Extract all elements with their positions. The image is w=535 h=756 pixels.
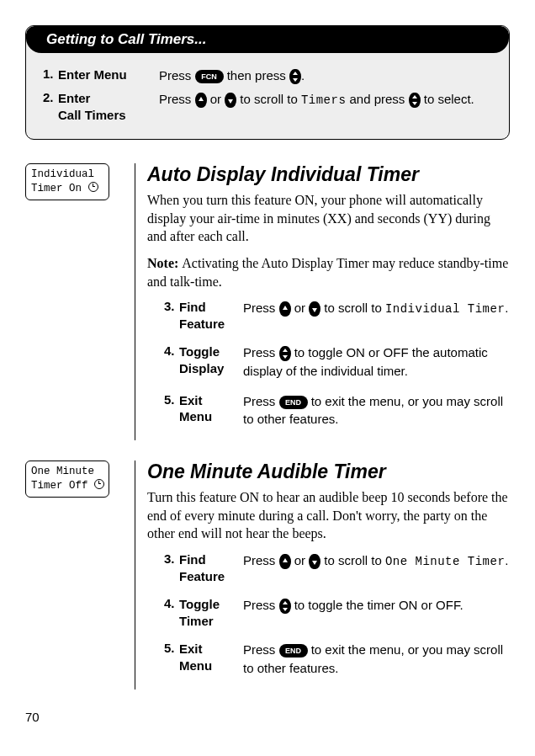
header-step: 2.EnterCall TimersPress or to scroll to … (43, 90, 492, 125)
end-button-icon: END (279, 396, 308, 409)
screen-line: Individual (31, 168, 103, 182)
shortcut-box: Shortcut:Press FCN, then 4,8and continue… (0, 214, 13, 302)
screen-line: Timer On (31, 182, 103, 196)
updown-arrow-button-icon (279, 346, 291, 361)
screen-line: One Minute (31, 465, 103, 479)
main-column: One Minute Audible TimerTurn this featur… (135, 461, 510, 689)
updown-arrow-button-icon (289, 69, 301, 84)
updown-arrow-button-icon (279, 599, 291, 614)
updown-arrow-button-icon (409, 93, 421, 108)
clock-icon (88, 182, 98, 192)
substep: 5.ExitMenuPress END to exit the menu, or… (164, 392, 510, 429)
step-number: 2. (43, 90, 58, 104)
substep-label: ToggleDisplay (179, 343, 243, 376)
section: One MinuteTimer Off Shortcut:Press FCN, … (25, 461, 510, 689)
down-arrow-button-icon (225, 93, 236, 108)
up-arrow-button-icon (279, 554, 291, 569)
lcd-text: Individual Timer (385, 302, 505, 316)
shortcut-box: Shortcut:Press FCN, then 4,4and continue… (0, 511, 13, 599)
lcd-text: One Minute Timer (385, 555, 505, 568)
body-text: Turn this feature ON to hear an audible … (147, 488, 510, 543)
substep-number: 3. (164, 299, 179, 313)
shortcut-label: Shortcut: (0, 511, 13, 529)
end-button-icon: END (279, 644, 308, 658)
main-column: Auto Display Individual TimerWhen you tu… (135, 163, 510, 440)
substep-number: 4. (164, 343, 179, 358)
header-box: Getting to Call Timers... 1.Enter MenuPr… (25, 25, 510, 140)
step-label: EnterCall Timers (58, 90, 159, 125)
substep-number: 5. (164, 392, 179, 407)
shortcut-line: with step 4. (0, 285, 13, 302)
header-title: Getting to Call Timers... (26, 26, 509, 53)
shortcut-line: then 4,4 (0, 546, 13, 564)
step-description: Press or to scroll to Timers and press t… (159, 90, 492, 109)
substep-label: FindFeature (179, 299, 243, 332)
up-arrow-button-icon (195, 93, 207, 108)
section: IndividualTimer On Shortcut:Press FCN, t… (25, 163, 510, 440)
phone-screen-icon: IndividualTimer On (25, 163, 109, 200)
shortcut-line: Press FCN, (0, 529, 13, 546)
note-text: Note: Activating the Auto Display Timer … (147, 254, 510, 290)
phone-screen-icon: One MinuteTimer Off (25, 461, 109, 498)
substep-description: Press to toggle the timer ON or OFF. (243, 596, 510, 615)
substep: 4.ToggleTimerPress to toggle the timer O… (164, 596, 510, 629)
section-title: Auto Display Individual Timer (147, 163, 510, 186)
substep-description: Press to toggle ON or OFF the automatic … (243, 343, 510, 381)
substeps: 3.FindFeaturePress or to scroll to Indiv… (147, 299, 510, 429)
substep-label: FindFeature (179, 551, 243, 584)
shortcut-label: Shortcut: (0, 214, 13, 232)
substep-number: 3. (164, 551, 179, 566)
step-description: Press FCN then press . (159, 67, 492, 85)
shortcut-line: with step 4. (0, 582, 13, 599)
body-text: When you turn this feature ON, your phon… (147, 191, 510, 246)
substep: 4.ToggleDisplayPress to toggle ON or OFF… (164, 343, 510, 381)
shortcut-line: Press FCN, (0, 232, 13, 249)
step-label: Enter Menu (58, 67, 159, 83)
shortcut-line: and continue (0, 267, 13, 285)
substep-label: ExitMenu (179, 392, 243, 425)
substep-description: Press or to scroll to One Minute Timer. (243, 551, 510, 570)
header-steps: 1.Enter MenuPress FCN then press .2.Ente… (26, 53, 509, 139)
up-arrow-button-icon (279, 301, 291, 317)
fcn-button-icon: FCN (195, 70, 224, 83)
substep: 3.FindFeaturePress or to scroll to Indiv… (164, 299, 510, 332)
substep-description: Press END to exit the menu, or you may s… (243, 392, 510, 429)
substep-label: ToggleTimer (179, 596, 243, 629)
header-step: 1.Enter MenuPress FCN then press . (43, 67, 492, 85)
shortcut-line: then 4,8 (0, 249, 13, 267)
page-number: 70 (25, 710, 510, 724)
down-arrow-button-icon (309, 301, 320, 317)
substep-description: Press or to scroll to Individual Timer. (243, 299, 510, 317)
lcd-text: Timers (301, 93, 346, 107)
substep: 5.ExitMenuPress END to exit the menu, or… (164, 641, 510, 678)
section-title: One Minute Audible Timer (147, 461, 510, 483)
substep: 3.FindFeaturePress or to scroll to One M… (164, 551, 510, 584)
substep-label: ExitMenu (179, 641, 243, 673)
substeps: 3.FindFeaturePress or to scroll to One M… (147, 551, 510, 678)
side-column: One MinuteTimer Off Shortcut:Press FCN, … (25, 461, 135, 689)
down-arrow-button-icon (309, 554, 320, 569)
clock-icon (94, 479, 104, 489)
screen-line: Timer Off (31, 479, 103, 493)
shortcut-line: and continue (0, 564, 13, 582)
side-column: IndividualTimer On Shortcut:Press FCN, t… (25, 163, 135, 440)
substep-description: Press END to exit the menu, or you may s… (243, 641, 510, 678)
substep-number: 4. (164, 596, 179, 610)
step-number: 1. (43, 67, 58, 81)
substep-number: 5. (164, 641, 179, 655)
